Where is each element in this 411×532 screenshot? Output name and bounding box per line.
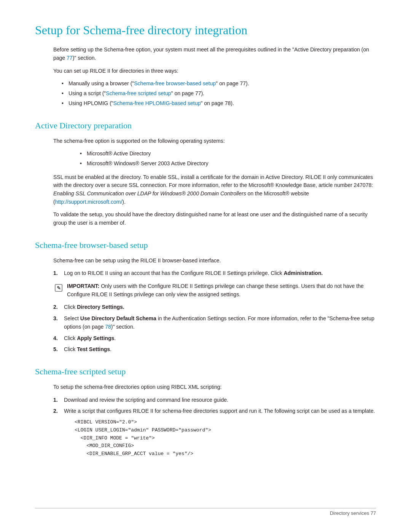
list-item: Download and review the scripting and co… (53, 396, 376, 404)
intro-para2: You can set up RILOE II for directories … (53, 67, 376, 75)
ad-para1: The schema-free option is supported on t… (53, 137, 376, 145)
section-active-directory: The schema-free option is supported on t… (53, 137, 376, 227)
link-hplomig-setup[interactable]: Schema-free HPLOMIG-based setup (113, 100, 201, 106)
section-browser-setup: Schema-free can be setup using the RILOE… (53, 257, 376, 354)
link-scripted-setup[interactable]: Schema-free scripted setup (106, 90, 171, 96)
footer-divider (35, 508, 376, 508)
heading-browser-setup: Schema-free browser-based setup (35, 239, 376, 251)
link-schema-free-options[interactable]: 78 (105, 324, 111, 330)
scripted-para1: To setup the schema-free directories opt… (53, 383, 376, 391)
important-content: Only users with the Configure RILOE II S… (67, 283, 363, 297)
important-label: IMPORTANT: (67, 283, 99, 289)
scripted-steps-list: Download and review the scripting and co… (53, 396, 376, 458)
important-text: IMPORTANT: Only users with the Configure… (67, 282, 376, 299)
ad-para3: To validate the setup, you should have t… (53, 211, 376, 227)
browser-steps-continued: Click Directory Settings. Select Use Dir… (53, 303, 376, 353)
heading-scripted-setup: Schema-free scripted setup (35, 365, 376, 378)
intro-para1-link[interactable]: 77 (67, 55, 73, 61)
code-block: <RIBCL VERSION="2.0"> <LOGIN USER_LOGIN=… (75, 419, 376, 458)
browser-para1: Schema-free can be setup using the RILOE… (53, 257, 376, 265)
page-container: Setup for Schema-free directory integrat… (0, 0, 411, 532)
list-item: Log on to RILOE II using an account that… (53, 269, 376, 278)
list-item: Manually using a browser ("Schema-free b… (62, 80, 376, 88)
intro-para1-text: Before setting up the Schema-free option… (53, 46, 369, 61)
section-scripted-setup: To setup the schema-free directories opt… (53, 383, 376, 458)
browser-steps-list: Log on to RILOE II using an account that… (53, 269, 376, 278)
intro-para1-end: )" section. (73, 55, 96, 61)
link-browser-based-setup[interactable]: Schema-free browser-based setup (134, 80, 216, 86)
page-title: Setup for Schema-free directory integrat… (35, 23, 376, 37)
list-item: Microsoft® Windows® Server 2003 Active D… (80, 160, 376, 168)
intro-bullet-list: Manually using a browser ("Schema-free b… (62, 80, 376, 107)
list-item: Select Use Directory Default Schema in t… (53, 315, 376, 331)
important-icon: ✎ (53, 283, 64, 293)
list-item: Using a script ("Schema-free scripted se… (62, 89, 376, 98)
list-item: Write a script that configures RILOE II … (53, 407, 376, 458)
list-item: Click Apply Settings. (53, 334, 376, 343)
intro-para1: Before setting up the Schema-free option… (53, 46, 376, 62)
svg-text:✎: ✎ (57, 285, 61, 291)
list-item: Microsoft® Active Directory (80, 150, 376, 158)
footer-text: Directory services 77 (330, 510, 376, 517)
ad-os-list: Microsoft® Active Directory Microsoft® W… (80, 150, 376, 168)
list-item: Click Test Settings. (53, 345, 376, 354)
heading-active-directory: Active Directory preparation (35, 119, 376, 132)
ad-para2: SSL must be enabled at the directory. To… (53, 173, 376, 206)
important-note: ✎ IMPORTANT: Only users with the Configu… (53, 282, 376, 299)
list-item: Using HPLOMIG ("Schema-free HPLOMIG-base… (62, 99, 376, 108)
link-microsoft-support[interactable]: http://support.microsoft.com/ (55, 199, 123, 205)
list-item: Click Directory Settings. (53, 303, 376, 312)
